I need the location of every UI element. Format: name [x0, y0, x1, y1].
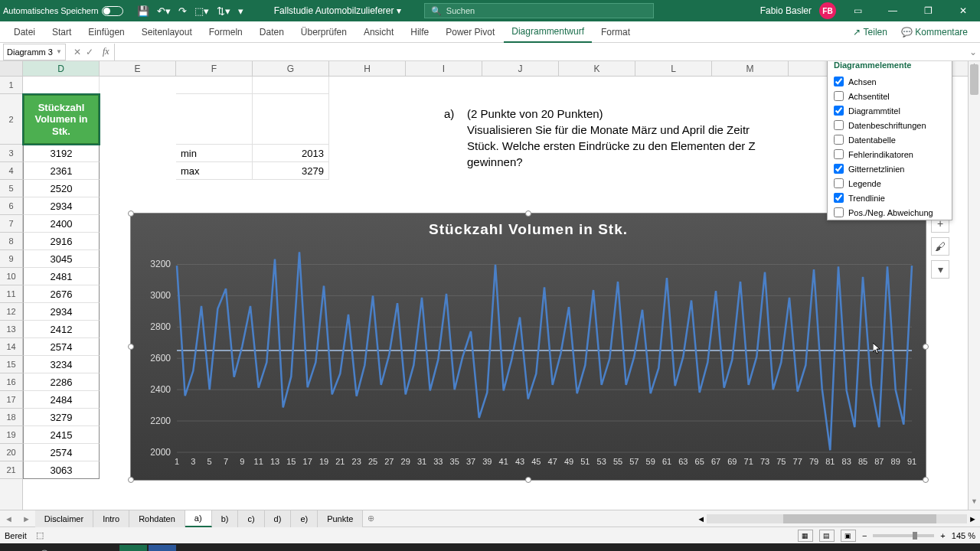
checkbox[interactable] — [834, 193, 844, 203]
view-normal-icon[interactable]: ▦ — [798, 530, 813, 542]
cell[interactable]: 2361 — [23, 162, 100, 180]
app-icon[interactable]: ◉ — [61, 545, 89, 551]
ribbon-tab-hilfe[interactable]: Hilfe — [403, 21, 436, 43]
row-header[interactable]: 16 — [0, 373, 22, 391]
cell[interactable] — [23, 77, 100, 94]
cell[interactable]: 2481 — [23, 268, 100, 285]
chart-filter-button[interactable]: ▾ — [931, 260, 949, 279]
chart-element-option[interactable]: Diagrammtitel — [828, 103, 952, 118]
cell[interactable]: 2415 — [23, 426, 100, 444]
cell[interactable]: 2676 — [23, 285, 100, 303]
ribbon-tab-ansicht[interactable]: Ansicht — [356, 21, 401, 43]
column-header[interactable]: L — [635, 61, 712, 76]
row-header[interactable]: 20 — [0, 444, 22, 461]
cell[interactable] — [253, 77, 329, 94]
column-header[interactable]: J — [482, 61, 559, 76]
undo-icon[interactable]: ↶▾ — [157, 5, 171, 17]
checkbox[interactable] — [834, 149, 844, 159]
resize-handle[interactable] — [923, 344, 929, 350]
cell[interactable]: 3192 — [23, 145, 100, 162]
word-taskbar-icon[interactable]: W — [149, 545, 176, 551]
minimize-icon[interactable]: — — [879, 0, 906, 21]
cell[interactable]: 2286 — [23, 373, 100, 391]
sheet-tab[interactable]: b) — [212, 510, 239, 527]
sheet-tab[interactable]: Disclaimer — [35, 510, 93, 527]
ribbon-tab-datei[interactable]: Datei — [6, 21, 43, 43]
chart-element-option[interactable]: Trendlinie — [828, 191, 952, 205]
row-header[interactable]: 17 — [0, 391, 22, 409]
row-header[interactable]: 9 — [0, 250, 22, 268]
row-header[interactable]: 18 — [0, 409, 22, 426]
cell[interactable]: 2574 — [23, 444, 100, 461]
autosave-toggle[interactable]: Automatisches Speichern — [3, 6, 123, 16]
row-header[interactable]: 11 — [0, 285, 22, 303]
ribbon-tab-power pivot[interactable]: Power Pivot — [438, 21, 502, 43]
checkbox[interactable] — [834, 164, 844, 174]
excel-taskbar-icon[interactable]: X — [119, 545, 147, 551]
redo-icon[interactable]: ↷ — [178, 5, 187, 17]
scroll-down-icon[interactable]: ▼ — [969, 497, 980, 510]
sort-icon[interactable]: ⇅▾ — [217, 5, 230, 17]
formula-input[interactable] — [114, 44, 966, 60]
checkbox[interactable] — [834, 135, 844, 145]
row-header[interactable]: 1 — [0, 77, 22, 94]
chart-element-option[interactable]: Achsentitel — [828, 89, 952, 103]
checkbox[interactable] — [834, 91, 844, 101]
cell[interactable]: 2934 — [23, 303, 100, 321]
chart-element-option[interactable]: Achsen — [828, 74, 952, 89]
resize-handle[interactable] — [128, 344, 134, 350]
resize-handle[interactable] — [128, 477, 134, 483]
scrollbar-thumb[interactable] — [970, 64, 978, 95]
chart-plot[interactable]: 2000220024002600280030003200135791113151… — [131, 241, 927, 475]
sheet-tab[interactable]: Punkte — [318, 510, 363, 527]
grid-area[interactable]: DEFGHIJKLM 12345678910111213141516171819… — [0, 61, 968, 510]
sheet-tab[interactable]: Intro — [93, 510, 129, 527]
cell[interactable]: 2916 — [23, 233, 100, 250]
row-header[interactable]: 19 — [0, 426, 22, 444]
sheet-nav-next[interactable]: ► — [18, 514, 35, 523]
save-icon[interactable]: 💾 — [137, 5, 149, 17]
touch-mode-icon[interactable]: ⬚▾ — [194, 5, 209, 17]
checkbox[interactable] — [834, 207, 844, 217]
cancel-formula-icon[interactable]: ✕ — [74, 47, 81, 57]
horizontal-scrollbar[interactable]: ◄► — [694, 514, 980, 523]
cell-header[interactable]: StückzahlVolumen inStk. — [23, 94, 100, 145]
cell[interactable] — [253, 94, 329, 145]
chart-styles-button[interactable]: 🖌 — [931, 237, 949, 256]
chart-object[interactable]: Stückzahl Volumen in Stk. 20002200240026… — [130, 213, 926, 481]
column-header[interactable]: D — [23, 61, 100, 76]
chart-element-option[interactable]: Gitternetzlinien — [828, 161, 952, 176]
select-all-corner[interactable] — [0, 61, 23, 76]
row-header[interactable]: 12 — [0, 303, 22, 321]
confirm-formula-icon[interactable]: ✓ — [86, 47, 93, 57]
cells[interactable]: StückzahlVolumen inStk.31922361252029342… — [23, 77, 968, 510]
share-button[interactable]: ↗ Teilen — [847, 27, 893, 37]
cell[interactable]: 2412 — [23, 321, 100, 338]
comments-button[interactable]: 💬 Kommentare — [895, 27, 974, 37]
cell[interactable]: 2934 — [23, 197, 100, 215]
zoom-level[interactable]: 145 % — [952, 531, 975, 540]
column-header[interactable]: I — [406, 61, 482, 76]
resize-handle[interactable] — [525, 210, 531, 217]
ribbon-tab-formeln[interactable]: Formeln — [201, 21, 250, 43]
checkbox[interactable] — [834, 178, 844, 188]
ribbon-tab-einfügen[interactable]: Einfügen — [80, 21, 132, 43]
sheet-tab[interactable]: a) — [185, 510, 212, 527]
cell[interactable]: 2484 — [23, 391, 100, 409]
ribbon-mode-icon[interactable]: ▭ — [844, 0, 871, 21]
cell[interactable]: 2013 — [253, 145, 329, 162]
chart-element-option[interactable]: Pos./Neg. Abweichung — [828, 205, 952, 220]
chart-title[interactable]: Stückzahl Volumen in Stk. — [131, 214, 926, 241]
search-box[interactable]: 🔍 Suchen — [424, 3, 654, 18]
row-header[interactable]: 15 — [0, 356, 22, 373]
fx-icon[interactable]: fx — [98, 46, 114, 57]
row-header[interactable]: 10 — [0, 268, 22, 285]
user-name[interactable]: Fabio Basler — [760, 5, 812, 16]
chart-element-option[interactable]: Datentabelle — [828, 132, 952, 147]
sheet-tab[interactable]: e) — [291, 510, 318, 527]
sheet-nav-prev[interactable]: ◄ — [0, 514, 18, 523]
cell[interactable] — [176, 94, 253, 145]
ribbon-tab-start[interactable]: Start — [44, 21, 79, 43]
column-header[interactable]: F — [176, 61, 253, 76]
close-icon[interactable]: ✕ — [949, 0, 977, 21]
